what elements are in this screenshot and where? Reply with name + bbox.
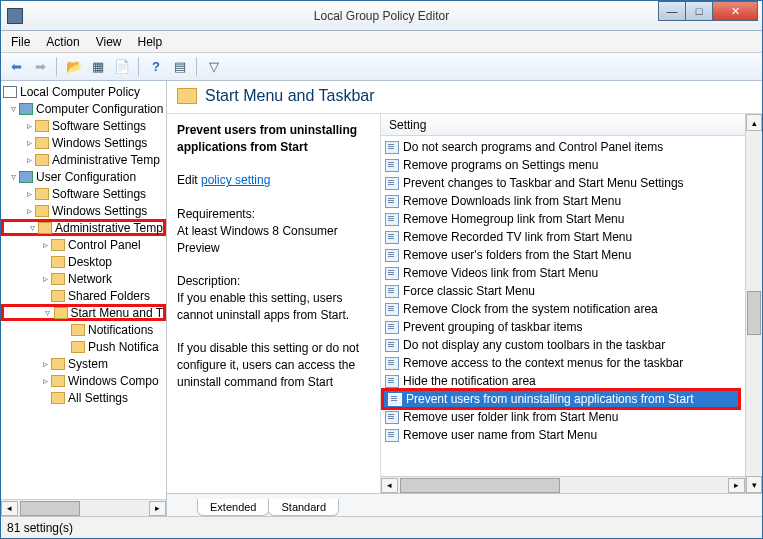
tree-item[interactable]: Windows Settings	[52, 136, 147, 150]
tree-item[interactable]: Network	[68, 272, 112, 286]
list-item-label: Prevent grouping of taskbar items	[403, 320, 582, 334]
scrollbar-track[interactable]	[746, 131, 762, 476]
setting-icon	[385, 321, 399, 334]
folder-icon	[51, 392, 65, 404]
list-item[interactable]: Do not display any custom toolbars in th…	[381, 336, 745, 354]
list-item-label: Hide the notification area	[403, 374, 536, 388]
tab-extended[interactable]: Extended	[197, 499, 269, 516]
scroll-up-button[interactable]: ▴	[746, 114, 762, 131]
folder-icon	[51, 358, 65, 370]
scroll-right-button[interactable]: ▸	[149, 501, 166, 516]
tree-item[interactable]: All Settings	[68, 391, 128, 405]
show-tree-button[interactable]: ▦	[87, 56, 109, 78]
tree-user-config[interactable]: User Configuration	[36, 170, 136, 184]
tree-item[interactable]: Notifications	[88, 323, 153, 337]
tree-hscroll[interactable]: ◂ ▸	[1, 499, 166, 516]
tree-admin-templates[interactable]: Administrative Temp	[55, 221, 163, 235]
minimize-button[interactable]: —	[658, 1, 686, 21]
settings-list-pane: Setting Do not search programs and Contr…	[381, 114, 745, 493]
scroll-left-button[interactable]: ◂	[381, 478, 398, 493]
tree-root[interactable]: Local Computer Policy	[20, 85, 140, 99]
folder-icon	[71, 341, 85, 353]
list-item[interactable]: Prevent changes to Taskbar and Start Men…	[381, 174, 745, 192]
list-item[interactable]: Remove Clock from the system notificatio…	[381, 300, 745, 318]
list-item-label: Remove access to the context menus for t…	[403, 356, 683, 370]
separator	[196, 57, 198, 77]
window-title: Local Group Policy Editor	[314, 9, 449, 23]
filter-icon[interactable]: ▽	[203, 56, 225, 78]
export-button[interactable]: 📄	[111, 56, 133, 78]
selected-policy-title: Prevent users from uninstalling applicat…	[177, 123, 357, 154]
highlight-start-menu: ▿Start Menu and T	[1, 304, 166, 321]
edit-label: Edit	[177, 173, 201, 187]
maximize-button[interactable]: □	[685, 1, 713, 21]
menu-action[interactable]: Action	[46, 35, 79, 49]
setting-icon	[385, 267, 399, 280]
forward-button[interactable]: ➡	[29, 56, 51, 78]
help-icon[interactable]: ?	[145, 56, 167, 78]
tree-item[interactable]: Windows Settings	[52, 204, 147, 218]
main-area: Local Computer Policy ▿Computer Configur…	[1, 81, 762, 516]
folder-icon	[54, 307, 68, 319]
list-item[interactable]: Prevent grouping of taskbar items	[381, 318, 745, 336]
list-item[interactable]: Remove access to the context menus for t…	[381, 354, 745, 372]
list-item[interactable]: Prevent users from uninstalling applicat…	[381, 388, 741, 410]
properties-button[interactable]: ▤	[169, 56, 191, 78]
list-item[interactable]: Force classic Start Menu	[381, 282, 745, 300]
scrollbar-thumb[interactable]	[747, 291, 761, 335]
up-button[interactable]: 📂	[63, 56, 85, 78]
tree-item[interactable]: Shared Folders	[68, 289, 150, 303]
tree-item[interactable]: Software Settings	[52, 187, 146, 201]
menu-help[interactable]: Help	[138, 35, 163, 49]
description-pane: Prevent users from uninstalling applicat…	[167, 114, 381, 493]
description-heading: Description:	[177, 274, 240, 288]
list-item[interactable]: Remove Recorded TV link from Start Menu	[381, 228, 745, 246]
folder-icon	[35, 188, 49, 200]
tree-item[interactable]: Administrative Temp	[52, 153, 160, 167]
folder-icon	[177, 88, 197, 104]
list-item[interactable]: Remove Homegroup link from Start Menu	[381, 210, 745, 228]
tree-item[interactable]: Desktop	[68, 255, 112, 269]
scroll-left-button[interactable]: ◂	[1, 501, 18, 516]
tree-item[interactable]: Push Notifica	[88, 340, 159, 354]
description-text-2: If you disable this setting or do not co…	[177, 341, 359, 389]
list-item[interactable]: Do not search programs and Control Panel…	[381, 138, 745, 156]
list-item[interactable]: Remove programs on Settings menu	[381, 156, 745, 174]
menu-file[interactable]: File	[11, 35, 30, 49]
list-item[interactable]: Remove user's folders from the Start Men…	[381, 246, 745, 264]
list-item[interactable]: Remove user name from Start Menu	[381, 426, 745, 444]
scrollbar-thumb[interactable]	[20, 501, 80, 516]
setting-icon	[385, 285, 399, 298]
tree-item[interactable]: Windows Compo	[68, 374, 159, 388]
list-item[interactable]: Remove Videos link from Start Menu	[381, 264, 745, 282]
scroll-down-button[interactable]: ▾	[746, 476, 762, 493]
page-title: Start Menu and Taskbar	[205, 87, 375, 105]
list-item-label: Prevent changes to Taskbar and Start Men…	[403, 176, 684, 190]
setting-icon	[385, 141, 399, 154]
tree-item[interactable]: Software Settings	[52, 119, 146, 133]
config-icon	[19, 103, 33, 115]
config-icon	[19, 171, 33, 183]
back-button[interactable]: ⬅	[5, 56, 27, 78]
settings-list[interactable]: Do not search programs and Control Panel…	[381, 136, 745, 476]
scrollbar-thumb[interactable]	[400, 478, 560, 493]
tree-item[interactable]: System	[68, 357, 108, 371]
close-button[interactable]: ✕	[712, 1, 758, 21]
menu-view[interactable]: View	[96, 35, 122, 49]
list-item-label: Do not search programs and Control Panel…	[403, 140, 663, 154]
policy-tree[interactable]: Local Computer Policy ▿Computer Configur…	[1, 81, 166, 499]
setting-icon	[385, 249, 399, 262]
view-tabs: Extended Standard	[167, 494, 762, 516]
tree-start-menu[interactable]: Start Menu and T	[71, 306, 164, 320]
list-item[interactable]: Remove user folder link from Start Menu	[381, 408, 745, 426]
tree-computer-config[interactable]: Computer Configuration	[36, 102, 163, 116]
column-header-setting[interactable]: Setting	[381, 114, 745, 136]
folder-icon	[38, 222, 52, 234]
edit-policy-link[interactable]: policy setting	[201, 173, 270, 187]
list-vscroll[interactable]: ▴ ▾	[745, 114, 762, 493]
list-item[interactable]: Remove Downloads link from Start Menu	[381, 192, 745, 210]
scroll-right-button[interactable]: ▸	[728, 478, 745, 493]
list-hscroll[interactable]: ◂ ▸	[381, 476, 745, 493]
tree-item[interactable]: Control Panel	[68, 238, 141, 252]
tab-standard[interactable]: Standard	[268, 499, 339, 516]
